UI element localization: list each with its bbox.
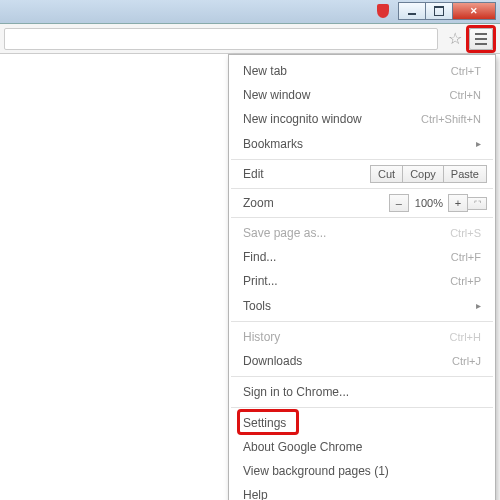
window-maximize-button[interactable]: [425, 2, 453, 20]
copy-button[interactable]: Copy: [402, 165, 444, 183]
menu-separator: [231, 321, 493, 322]
fullscreen-button[interactable]: ⌜⌝: [467, 197, 487, 210]
menu-separator: [231, 407, 493, 408]
menu-label: New tab: [243, 63, 437, 79]
menu-signin[interactable]: Sign in to Chrome...: [229, 380, 495, 404]
zoom-out-button[interactable]: –: [389, 194, 409, 212]
menu-shortcut: Ctrl+T: [451, 63, 481, 79]
menu-tools[interactable]: Tools: [229, 293, 495, 318]
menu-button[interactable]: [469, 28, 493, 50]
menu-help[interactable]: Help: [229, 483, 495, 500]
security-shield-icon: [372, 2, 393, 20]
bookmark-star-icon[interactable]: ☆: [444, 28, 466, 50]
chrome-menu: New tab Ctrl+T New window Ctrl+N New inc…: [228, 54, 496, 500]
menu-background-pages[interactable]: View background pages (1): [229, 459, 495, 483]
cut-button[interactable]: Cut: [370, 165, 403, 183]
menu-incognito[interactable]: New incognito window Ctrl+Shift+N: [229, 107, 495, 131]
menu-separator: [231, 217, 493, 218]
menu-history[interactable]: History Ctrl+H: [229, 325, 495, 349]
menu-find[interactable]: Find... Ctrl+F: [229, 245, 495, 269]
window-close-button[interactable]: [452, 2, 496, 20]
menu-print[interactable]: Print... Ctrl+P: [229, 269, 495, 293]
menu-separator: [231, 159, 493, 160]
menu-about[interactable]: About Google Chrome: [229, 435, 495, 459]
menu-zoom-row: Zoom – 100% + ⌜⌝: [229, 192, 495, 214]
window-minimize-button[interactable]: [398, 2, 426, 20]
zoom-in-button[interactable]: +: [448, 194, 468, 212]
menu-button-highlight: [466, 25, 496, 53]
window-titlebar: [0, 0, 500, 24]
menu-new-window[interactable]: New window Ctrl+N: [229, 83, 495, 107]
menu-separator: [231, 188, 493, 189]
submenu-arrow-icon: [468, 297, 481, 314]
browser-toolbar: ☆: [0, 24, 500, 54]
menu-edit-row: Edit Cut Copy Paste: [229, 163, 495, 185]
menu-save-page[interactable]: Save page as... Ctrl+S: [229, 221, 495, 245]
menu-downloads[interactable]: Downloads Ctrl+J: [229, 349, 495, 373]
submenu-arrow-icon: [468, 135, 481, 152]
menu-new-tab[interactable]: New tab Ctrl+T: [229, 59, 495, 83]
paste-button[interactable]: Paste: [443, 165, 487, 183]
address-bar[interactable]: [4, 28, 438, 50]
menu-settings[interactable]: Settings: [229, 411, 495, 435]
zoom-value: 100%: [409, 194, 449, 212]
menu-bookmarks[interactable]: Bookmarks: [229, 131, 495, 156]
menu-separator: [231, 376, 493, 377]
